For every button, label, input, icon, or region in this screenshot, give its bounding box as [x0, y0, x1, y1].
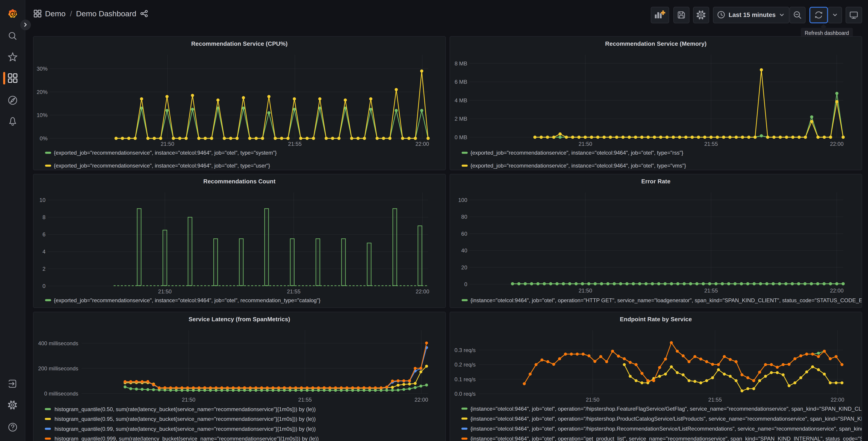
svg-text:21:55: 21:55: [708, 396, 722, 403]
svg-text:80: 80: [461, 214, 467, 220]
svg-text:40: 40: [461, 247, 467, 254]
svg-text:histogram_quantile(0.99, sum(r: histogram_quantile(0.99, sum(rate(latenc…: [55, 426, 316, 432]
svg-text:30%: 30%: [37, 66, 48, 72]
svg-text:{exported_job="recommendations: {exported_job="recommendationservice", i…: [54, 163, 270, 169]
svg-text:{instance="otelcol:9464", job=: {instance="otelcol:9464", job="otel", op…: [470, 406, 862, 412]
svg-text:21:55: 21:55: [288, 141, 302, 147]
svg-text:{exported_job="recommendations: {exported_job="recommendationservice", i…: [470, 163, 686, 169]
svg-text:21:50: 21:50: [586, 396, 599, 403]
svg-text:2: 2: [42, 266, 45, 272]
svg-text:21:55: 21:55: [298, 396, 312, 403]
svg-text:60: 60: [461, 231, 467, 237]
svg-text:0.0 req/s: 0.0 req/s: [455, 391, 476, 397]
svg-text:22:00: 22:00: [831, 396, 844, 403]
svg-text:21:50: 21:50: [579, 141, 592, 147]
svg-text:400 milliseconds: 400 milliseconds: [38, 340, 78, 346]
svg-text:21:50: 21:50: [182, 396, 195, 403]
svg-text:8 MB: 8 MB: [455, 60, 467, 66]
svg-text:6: 6: [42, 231, 45, 237]
svg-text:{exported_job="recommendations: {exported_job="recommendationservice", i…: [54, 297, 320, 303]
svg-text:22:00: 22:00: [830, 288, 843, 294]
svg-text:histogram_quantile(0.50, sum(r: histogram_quantile(0.50, sum(rate(latenc…: [55, 406, 316, 412]
svg-text:22:00: 22:00: [416, 288, 429, 295]
svg-text:22:00: 22:00: [830, 141, 843, 147]
svg-text:22:00: 22:00: [415, 141, 429, 147]
svg-text:10: 10: [39, 197, 45, 203]
svg-text:4: 4: [42, 248, 45, 255]
svg-text:2 MB: 2 MB: [455, 116, 467, 122]
svg-text:{instance="otelcol:9464", job=: {instance="otelcol:9464", job="otel", op…: [470, 297, 862, 303]
svg-text:200 milliseconds: 200 milliseconds: [38, 365, 78, 372]
svg-text:20%: 20%: [37, 89, 48, 95]
svg-text:8: 8: [42, 214, 45, 220]
svg-text:0.3 req/s: 0.3 req/s: [455, 347, 476, 353]
svg-text:21:50: 21:50: [158, 288, 172, 295]
svg-text:20: 20: [461, 264, 467, 270]
svg-text:21:55: 21:55: [704, 288, 718, 294]
svg-text:0.2 req/s: 0.2 req/s: [455, 361, 476, 368]
svg-text:6 MB: 6 MB: [455, 79, 467, 85]
svg-text:21:55: 21:55: [287, 288, 301, 295]
svg-text:0%: 0%: [40, 136, 48, 142]
svg-text:21:50: 21:50: [161, 141, 174, 147]
svg-text:21:55: 21:55: [704, 141, 718, 147]
svg-text:{instance="otelcol:9464", job=: {instance="otelcol:9464", job="otel", op…: [470, 425, 862, 432]
svg-text:0: 0: [42, 283, 45, 289]
svg-text:0 milliseconds: 0 milliseconds: [44, 390, 78, 396]
svg-text:histogram_quantile(0.95, sum(r: histogram_quantile(0.95, sum(rate(latenc…: [55, 416, 316, 422]
svg-text:{exported_job="recommendations: {exported_job="recommendationservice", i…: [54, 150, 277, 156]
svg-text:histogram_quantile(0.999, sum(: histogram_quantile(0.999, sum(rate(laten…: [55, 436, 319, 441]
svg-text:0.1 req/s: 0.1 req/s: [455, 376, 476, 382]
svg-text:22:00: 22:00: [414, 396, 428, 403]
svg-text:4 MB: 4 MB: [455, 97, 467, 104]
svg-text:{instance="otelcol:9464", job=: {instance="otelcol:9464", job="otel", op…: [470, 416, 862, 422]
svg-text:100: 100: [458, 197, 467, 203]
svg-text:21:50: 21:50: [579, 288, 592, 294]
svg-text:{instance="otelcol:9464", job=: {instance="otelcol:9464", job="otel", op…: [470, 436, 862, 441]
svg-text:10%: 10%: [37, 112, 48, 118]
svg-text:0: 0: [464, 281, 467, 287]
svg-text:0 MB: 0 MB: [455, 134, 467, 140]
svg-text:{exported_job="recommendations: {exported_job="recommendationservice", i…: [470, 150, 683, 156]
